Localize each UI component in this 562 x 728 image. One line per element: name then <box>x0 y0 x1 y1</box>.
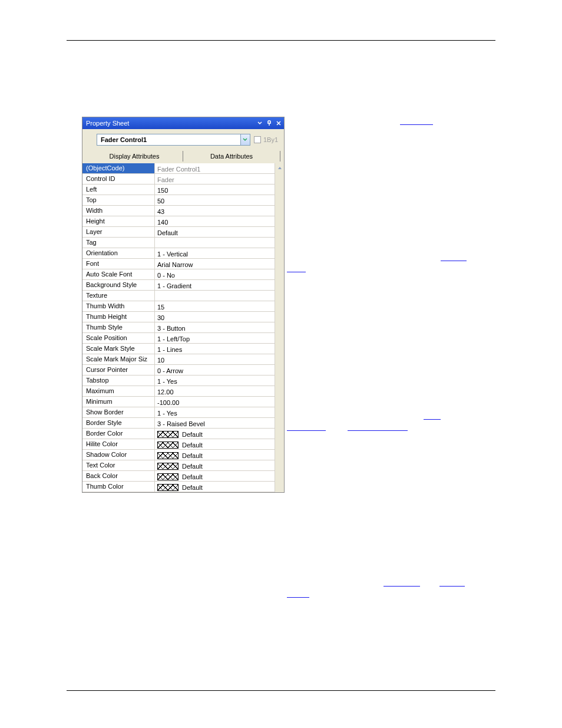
property-value[interactable]: Default <box>154 471 275 481</box>
property-label: Orientation <box>82 248 154 258</box>
property-value-text: Default <box>182 452 203 459</box>
property-value[interactable]: Fader Control1 <box>154 163 275 173</box>
property-value[interactable]: 1 - Gradient <box>154 280 275 290</box>
property-row[interactable]: Thumb Width15 <box>82 301 275 312</box>
property-row[interactable]: Cursor Pointer0 - Arrow <box>82 365 275 375</box>
property-row[interactable]: Thumb Height30 <box>82 312 275 322</box>
property-value[interactable]: 3 - Raised Bevel <box>154 418 275 428</box>
property-row[interactable]: Minimum-100.00 <box>82 397 275 407</box>
property-value-text: 3 - Raised Bevel <box>157 420 205 427</box>
property-value[interactable]: 1 - Lines <box>154 344 275 354</box>
color-swatch[interactable] <box>157 473 178 480</box>
property-row[interactable]: Border ColorDefault <box>82 429 275 439</box>
property-value[interactable]: 0 - Arrow <box>154 365 275 375</box>
property-row[interactable]: Border Style3 - Raised Bevel <box>82 418 275 429</box>
property-value[interactable]: -100.00 <box>154 397 275 407</box>
property-value[interactable]: 1 - Yes <box>154 375 275 386</box>
panel-titlebar: Property Sheet <box>82 117 284 129</box>
property-row[interactable]: Scale Position1 - Left/Top <box>82 333 275 344</box>
property-label: (ObjectCode) <box>82 163 154 173</box>
property-row[interactable]: Auto Scale Font0 - No <box>82 269 275 280</box>
oneby1-checkbox[interactable]: 1By1 <box>254 136 278 143</box>
property-row[interactable]: Thumb ColorDefault <box>82 482 275 492</box>
property-label: Height <box>82 216 154 226</box>
property-value[interactable]: 12.00 <box>154 386 275 396</box>
property-row[interactable]: Hilite ColorDefault <box>82 439 275 450</box>
property-value[interactable]: 15 <box>154 301 275 311</box>
property-row[interactable]: Show Border1 - Yes <box>82 407 275 418</box>
hyperlink-underline <box>287 430 326 431</box>
property-label: Layer <box>82 227 154 237</box>
property-value[interactable]: Default <box>154 439 275 449</box>
property-value-text: 0 - Arrow <box>157 367 183 374</box>
property-value[interactable]: 30 <box>154 312 275 322</box>
hyperlink-underline <box>348 430 408 431</box>
property-value[interactable]: 140 <box>154 216 275 226</box>
property-value[interactable]: 1 - Left/Top <box>154 333 275 343</box>
property-value[interactable]: 3 - Button <box>154 322 275 332</box>
property-row[interactable]: (ObjectCode)Fader Control1 <box>82 163 275 174</box>
property-row[interactable]: Text ColorDefault <box>82 460 275 471</box>
property-label: Back Color <box>82 471 154 481</box>
property-grid: (ObjectCode)Fader Control1Control IDFade… <box>82 163 275 492</box>
property-row[interactable]: Thumb Style3 - Button <box>82 322 275 333</box>
property-label: Background Style <box>82 280 154 290</box>
oneby1-label: 1By1 <box>263 136 278 143</box>
property-value-text: Default <box>182 442 203 449</box>
property-value[interactable]: 1 - Vertical <box>154 248 275 258</box>
property-value[interactable]: Default <box>154 482 275 492</box>
object-select-button[interactable] <box>240 134 250 145</box>
property-row[interactable]: Shadow ColorDefault <box>82 450 275 460</box>
pin-icon[interactable] <box>266 120 272 126</box>
property-value[interactable] <box>154 238 275 248</box>
property-row[interactable]: Scale Mark Major Siz10 <box>82 354 275 365</box>
property-label: Text Color <box>82 460 154 470</box>
property-grid-wrap: (ObjectCode)Fader Control1Control IDFade… <box>82 163 284 492</box>
tab-data-attributes[interactable]: Data Attributes <box>183 149 280 163</box>
property-value[interactable]: 10 <box>154 354 275 364</box>
property-row[interactable]: Background Style1 - Gradient <box>82 280 275 291</box>
property-value[interactable]: 43 <box>154 206 275 216</box>
property-value[interactable]: 0 - No <box>154 269 275 279</box>
property-row[interactable]: Back ColorDefault <box>82 471 275 482</box>
property-value[interactable]: 150 <box>154 185 275 195</box>
property-value[interactable]: Fader <box>154 174 275 184</box>
property-row[interactable]: Height140 <box>82 216 275 227</box>
property-label: Tag <box>82 238 154 248</box>
vertical-scrollbar[interactable] <box>275 163 284 492</box>
dropdown-icon[interactable] <box>257 120 263 126</box>
property-label: Thumb Width <box>82 301 154 311</box>
property-row[interactable]: Orientation1 - Vertical <box>82 248 275 259</box>
property-value[interactable]: Default <box>154 460 275 470</box>
property-row[interactable]: Tag <box>82 238 275 248</box>
scroll-up-button[interactable] <box>275 163 284 173</box>
property-value[interactable]: 1 - Yes <box>154 407 275 417</box>
property-value[interactable]: Arial Narrow <box>154 259 275 269</box>
property-value[interactable] <box>154 291 275 301</box>
object-select[interactable]: Fader Control1 <box>97 134 250 146</box>
color-swatch[interactable] <box>157 452 178 459</box>
property-value[interactable]: Default <box>154 450 275 460</box>
color-swatch[interactable] <box>157 463 178 470</box>
property-row[interactable]: Scale Mark Style1 - Lines <box>82 344 275 354</box>
color-swatch[interactable] <box>157 431 178 438</box>
color-swatch[interactable] <box>157 484 178 491</box>
property-row[interactable]: Control IDFader <box>82 174 275 185</box>
property-row[interactable]: LayerDefault <box>82 227 275 238</box>
checkbox-box[interactable] <box>254 136 261 143</box>
property-row[interactable]: Top50 <box>82 195 275 206</box>
property-value[interactable]: Default <box>154 227 275 237</box>
property-value[interactable]: Default <box>154 429 275 439</box>
property-value-text: 1 - Yes <box>157 378 177 385</box>
property-value[interactable]: 50 <box>154 195 275 205</box>
property-row[interactable]: Left150 <box>82 185 275 195</box>
page-top-rule <box>67 40 495 41</box>
property-row[interactable]: FontArial Narrow <box>82 259 275 269</box>
color-swatch[interactable] <box>157 442 178 449</box>
tab-display-attributes[interactable]: Display Attributes <box>86 149 183 163</box>
property-row[interactable]: Width43 <box>82 206 275 216</box>
property-row[interactable]: Tabstop1 - Yes <box>82 375 275 386</box>
property-row[interactable]: Maximum12.00 <box>82 386 275 397</box>
close-icon[interactable] <box>276 120 282 126</box>
property-row[interactable]: Texture <box>82 291 275 301</box>
